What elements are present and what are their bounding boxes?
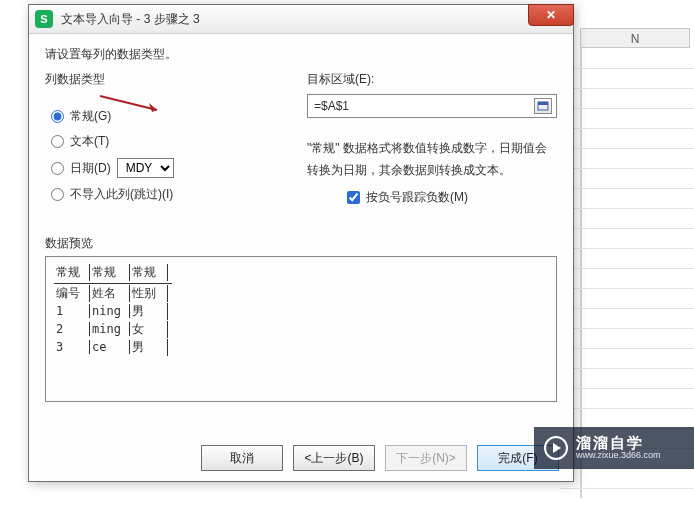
radio-text[interactable]: 文本(T) xyxy=(51,133,283,150)
preview-cell: 1 xyxy=(54,304,90,318)
close-icon: ✕ xyxy=(546,8,556,22)
radio-date-input[interactable] xyxy=(51,162,64,175)
dialog-body: 请设置每列的数据类型。 列数据类型 常规(G) 文本(T) xyxy=(29,34,573,402)
preview-cell: ning xyxy=(90,304,130,318)
column-data-type-label: 列数据类型 xyxy=(45,71,287,88)
svg-rect-1 xyxy=(538,102,548,105)
data-preview-label: 数据预览 xyxy=(45,235,557,252)
column-data-type-group: 列数据类型 常规(G) 文本(T) 日期(D) xyxy=(45,71,287,221)
dialog-title: 文本导入向导 - 3 步骤之 3 xyxy=(61,11,200,28)
app-icon: S xyxy=(35,10,53,28)
radio-skip[interactable]: 不导入此列(跳过)(I) xyxy=(51,186,283,203)
next-button: 下一步(N)> xyxy=(385,445,467,471)
range-picker-button[interactable] xyxy=(534,98,552,114)
radio-skip-label: 不导入此列(跳过)(I) xyxy=(70,186,173,203)
track-negative-label: 按负号跟踪负数(M) xyxy=(366,189,468,206)
preview-data-row: 1 ning 男 xyxy=(54,302,548,320)
text-import-wizard-dialog: S 文本导入向导 - 3 步骤之 3 ✕ 请设置每列的数据类型。 列数据类型 常… xyxy=(28,4,574,482)
preview-coltype-2: 常规 xyxy=(90,264,130,281)
date-format-select[interactable]: MDY xyxy=(117,158,174,178)
radio-text-input[interactable] xyxy=(51,135,64,148)
preview-coltype-1: 常规 xyxy=(54,264,90,281)
radio-text-label: 文本(T) xyxy=(70,133,109,150)
radio-general-input[interactable] xyxy=(51,110,64,123)
watermark-brand: 溜溜自学 xyxy=(576,435,661,452)
general-description: "常规" 数据格式将数值转换成数字，日期值会转换为日期，其余数据则转换成文本。 xyxy=(307,138,557,181)
track-negative-checkbox[interactable] xyxy=(347,191,360,204)
preview-cell: 男 xyxy=(130,339,168,356)
preview-coltype-row: 常规 常规 常规 xyxy=(54,263,548,281)
track-negative-checkbox-row[interactable]: 按负号跟踪负数(M) xyxy=(347,189,557,206)
back-button[interactable]: <上一步(B) xyxy=(293,445,375,471)
data-preview-area[interactable]: 常规 常规 常规 编号 姓名 性别 1 ning 男 2 ming xyxy=(45,256,557,402)
preview-data-row: 2 ming 女 xyxy=(54,320,548,338)
dialog-button-row: 取消 <上一步(B) 下一步(N)> 完成(F) xyxy=(201,445,559,471)
target-area-group: 目标区域(E): =$A$1 "常规" 数据格式将数值转换成数字，日期值会转换为… xyxy=(307,71,557,221)
preview-cell: 女 xyxy=(130,321,168,338)
preview-cell: ce xyxy=(90,340,130,354)
watermark-url: www.zixue.3d66.com xyxy=(576,451,661,461)
close-button[interactable]: ✕ xyxy=(528,4,574,26)
range-picker-icon xyxy=(537,101,549,111)
cancel-button[interactable]: 取消 xyxy=(201,445,283,471)
preview-data-row: 3 ce 男 xyxy=(54,338,548,356)
dialog-titlebar[interactable]: S 文本导入向导 - 3 步骤之 3 ✕ xyxy=(29,5,573,34)
preview-coltype-3: 常规 xyxy=(130,264,168,281)
arrow-annotation xyxy=(95,90,175,119)
preview-cell: 男 xyxy=(130,303,168,320)
target-area-value: =$A$1 xyxy=(314,99,349,113)
preview-cell: ming xyxy=(90,322,130,336)
preview-header-3: 性别 xyxy=(130,285,168,302)
play-icon xyxy=(544,436,568,460)
watermark: 溜溜自学 www.zixue.3d66.com xyxy=(534,427,694,469)
preview-header-row: 编号 姓名 性别 xyxy=(54,284,548,302)
data-preview-block: 数据预览 常规 常规 常规 编号 姓名 性别 1 ning 男 xyxy=(45,235,557,402)
radio-date[interactable]: 日期(D) MDY xyxy=(51,158,283,178)
instruction-text: 请设置每列的数据类型。 xyxy=(45,46,557,63)
preview-cell: 3 xyxy=(54,340,90,354)
preview-header-2: 姓名 xyxy=(90,285,130,302)
preview-header-1: 编号 xyxy=(54,285,90,302)
radio-date-label: 日期(D) xyxy=(70,160,111,177)
target-area-input-box[interactable]: =$A$1 xyxy=(307,94,557,118)
target-area-label: 目标区域(E): xyxy=(307,71,557,88)
radio-skip-input[interactable] xyxy=(51,188,64,201)
preview-cell: 2 xyxy=(54,322,90,336)
